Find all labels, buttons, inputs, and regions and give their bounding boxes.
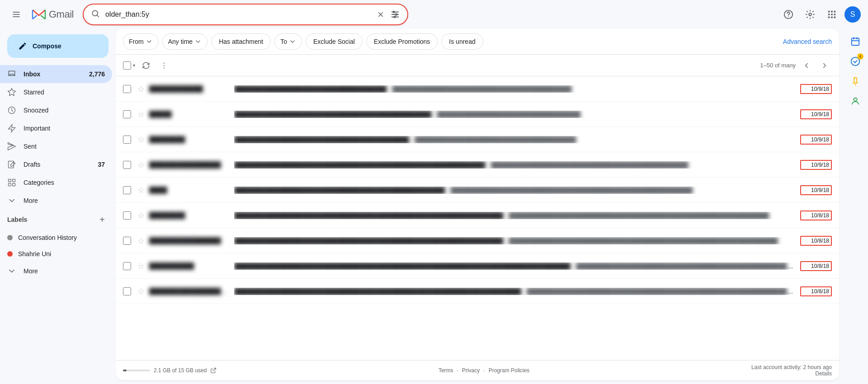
- settings-button[interactable]: [801, 5, 819, 23]
- header-actions: S: [779, 5, 861, 23]
- row-subject: ████████████████████████████████████████…: [234, 288, 521, 295]
- footer-links: Terms · Privacy · Program Policies: [439, 367, 529, 374]
- exclude-promotions-filter-button[interactable]: Exclude Promotions: [366, 33, 438, 50]
- search-input[interactable]: [105, 10, 371, 19]
- row-checkbox[interactable]: [123, 211, 131, 220]
- email-row[interactable]: ☆ ████████ █████████████████████████████…: [116, 203, 839, 228]
- svg-rect-24: [834, 14, 836, 15]
- terms-link[interactable]: Terms: [439, 367, 453, 374]
- email-row[interactable]: ☆ ████████████ █████████████████████████…: [116, 76, 839, 102]
- prev-page-button[interactable]: [799, 58, 814, 73]
- exclude-social-filter-button[interactable]: Exclude Social: [306, 33, 363, 50]
- star-button[interactable]: ☆: [135, 184, 147, 197]
- star-button[interactable]: ☆: [135, 133, 147, 146]
- search-clear-button[interactable]: [377, 10, 385, 19]
- more-options-button[interactable]: [156, 57, 172, 74]
- select-all-checkbox[interactable]: [123, 61, 131, 70]
- email-row[interactable]: ☆ ████████████████████ █████████████████…: [116, 279, 839, 304]
- right-panel-tasks-button[interactable]: !: [846, 52, 864, 70]
- privacy-link[interactable]: Privacy: [462, 367, 480, 374]
- row-sender: ████: [149, 187, 231, 194]
- label-conversation-history[interactable]: Conversation History ⋮: [0, 229, 112, 246]
- sidebar-item-inbox[interactable]: Inbox 2,776: [0, 65, 112, 83]
- star-button[interactable]: ☆: [135, 285, 147, 298]
- row-checkbox[interactable]: [123, 110, 131, 118]
- categories-label: Categories: [24, 179, 105, 186]
- search-options-button[interactable]: [390, 9, 400, 19]
- more-chevron-icon: [7, 196, 16, 205]
- row-content: ████████████████████████████████████████…: [234, 262, 797, 270]
- svg-rect-22: [828, 14, 830, 15]
- add-label-button[interactable]: +: [96, 213, 108, 226]
- sidebar-more-item[interactable]: More: [0, 192, 112, 210]
- row-checkbox[interactable]: [123, 161, 131, 169]
- advanced-search-link[interactable]: Advanced search: [783, 38, 832, 45]
- has-attachment-filter-button[interactable]: Has attachment: [211, 33, 271, 50]
- categories-icon: [7, 178, 16, 187]
- avatar[interactable]: S: [844, 6, 861, 23]
- storage-text: 2.1 GB of 15 GB used: [154, 367, 207, 374]
- row-subject: ███████████████████████████████████████: [234, 136, 409, 143]
- logo-area: Gmail: [31, 6, 74, 23]
- star-button[interactable]: ☆: [135, 83, 147, 95]
- row-checkbox[interactable]: [123, 287, 131, 295]
- email-list: ☆ ████████████ █████████████████████████…: [116, 76, 839, 360]
- next-page-button[interactable]: [817, 58, 832, 73]
- row-checkbox[interactable]: [123, 136, 131, 144]
- sidebar-item-categories[interactable]: Categories: [0, 173, 112, 192]
- star-button[interactable]: ☆: [135, 234, 147, 247]
- email-row[interactable]: ☆ ████ █████████████████████████████████…: [116, 178, 839, 203]
- row-checkbox[interactable]: [123, 237, 131, 245]
- email-row[interactable]: ☆ ████████████████ █████████████████████…: [116, 228, 839, 253]
- hamburger-button[interactable]: [7, 5, 25, 23]
- row-subject: ████████████████████████████████████████…: [234, 212, 503, 219]
- row-checkbox[interactable]: [123, 186, 131, 194]
- svg-rect-32: [9, 183, 11, 186]
- sidebar-item-sent[interactable]: Sent: [0, 137, 112, 155]
- details-link[interactable]: Details: [815, 370, 832, 377]
- svg-rect-0: [13, 12, 20, 13]
- anytime-filter-button[interactable]: Any time: [162, 33, 208, 50]
- sidebar-item-snoozed[interactable]: Snoozed: [0, 101, 112, 119]
- inbox-icon: [7, 70, 16, 79]
- important-icon: [7, 124, 16, 133]
- sent-icon: [7, 142, 16, 151]
- storage-bar: [123, 370, 127, 371]
- row-snippet: - ████████████████████████████████████: [411, 136, 576, 143]
- select-dropdown-button[interactable]: ▾: [132, 61, 136, 70]
- apps-button[interactable]: [823, 5, 841, 23]
- help-button[interactable]: [779, 5, 797, 23]
- program-policies-link[interactable]: Program Policies: [489, 367, 530, 374]
- is-unread-filter-button[interactable]: Is unread: [441, 33, 483, 50]
- row-date: 10/9/18: [800, 84, 832, 94]
- row-checkbox[interactable]: [123, 262, 131, 270]
- email-row[interactable]: ☆ ████████████████ █████████████████████…: [116, 152, 839, 178]
- email-row[interactable]: ☆ █████ ████████████████████████████████…: [116, 102, 839, 127]
- to-filter-button[interactable]: To: [274, 33, 302, 50]
- sidebar-item-important[interactable]: Important: [0, 119, 112, 137]
- sidebar-item-drafts[interactable]: Drafts 37: [0, 155, 112, 173]
- star-button[interactable]: ☆: [135, 108, 147, 121]
- right-panel-calendar-button[interactable]: [846, 33, 864, 51]
- refresh-button[interactable]: [138, 57, 154, 74]
- external-link-icon: [210, 367, 217, 374]
- email-row[interactable]: ☆ ██████████ ███████████████████████████…: [116, 253, 839, 279]
- exclude-social-label: Exclude Social: [313, 38, 355, 45]
- row-checkbox[interactable]: [123, 85, 131, 93]
- star-button[interactable]: ☆: [135, 209, 147, 222]
- from-filter-button[interactable]: From: [123, 33, 159, 50]
- svg-rect-27: [834, 17, 836, 19]
- star-button[interactable]: ☆: [135, 260, 147, 272]
- email-row[interactable]: ☆ ████████ █████████████████████████████…: [116, 127, 839, 152]
- row-date: 10/9/18: [800, 185, 832, 195]
- row-content: ████████████████████████████████████████…: [234, 111, 797, 118]
- sidebar-item-starred[interactable]: Starred: [0, 83, 112, 101]
- star-button[interactable]: ☆: [135, 159, 147, 171]
- right-panel-contacts-button[interactable]: [846, 92, 864, 110]
- sidebar-more2-item[interactable]: More: [0, 262, 112, 280]
- svg-line-4: [97, 15, 99, 17]
- right-panel-keep-button[interactable]: [846, 72, 864, 90]
- compose-button[interactable]: Compose: [7, 34, 108, 58]
- label-shahrie-uni[interactable]: Shahrie Uni ⋮: [0, 246, 112, 262]
- from-label: From: [129, 38, 144, 45]
